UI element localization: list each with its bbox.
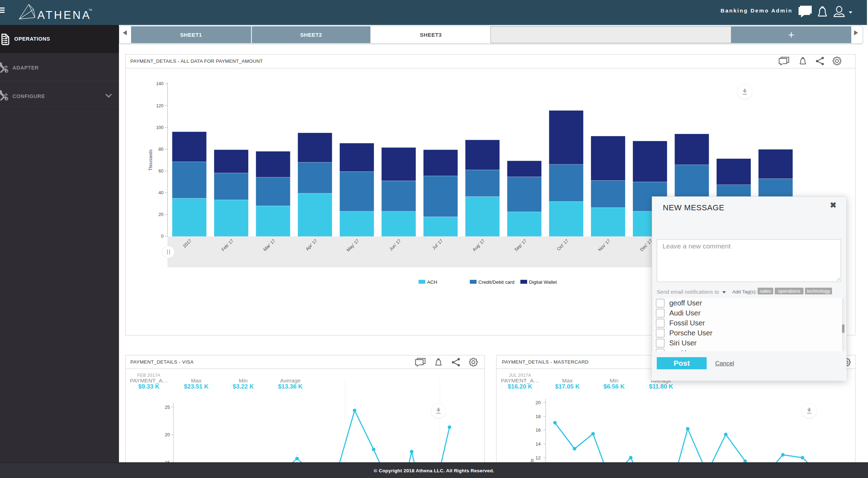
svg-text:0: 0: [161, 234, 163, 239]
svg-text:25: 25: [165, 405, 170, 410]
svg-text:12: 12: [536, 455, 541, 461]
svg-text:16: 16: [536, 427, 541, 433]
svg-text:18: 18: [536, 414, 541, 419]
svg-text:100: 100: [156, 125, 163, 130]
svg-text:Thousands: Thousands: [148, 149, 153, 170]
svg-text:ACH: ACH: [427, 279, 437, 285]
svg-text:120: 120: [156, 103, 163, 108]
svg-text:20: 20: [536, 400, 541, 405]
svg-text:80: 80: [158, 147, 163, 152]
svg-text:40: 40: [158, 190, 163, 195]
svg-text:20: 20: [165, 432, 170, 437]
svg-text:Credit/Debit card: Credit/Debit card: [478, 279, 514, 285]
svg-text:Digital Wallet: Digital Wallet: [529, 279, 557, 285]
svg-text:20: 20: [158, 212, 163, 217]
svg-text:140: 140: [156, 81, 163, 86]
svg-text:14: 14: [536, 441, 541, 447]
svg-text:60: 60: [158, 169, 163, 174]
